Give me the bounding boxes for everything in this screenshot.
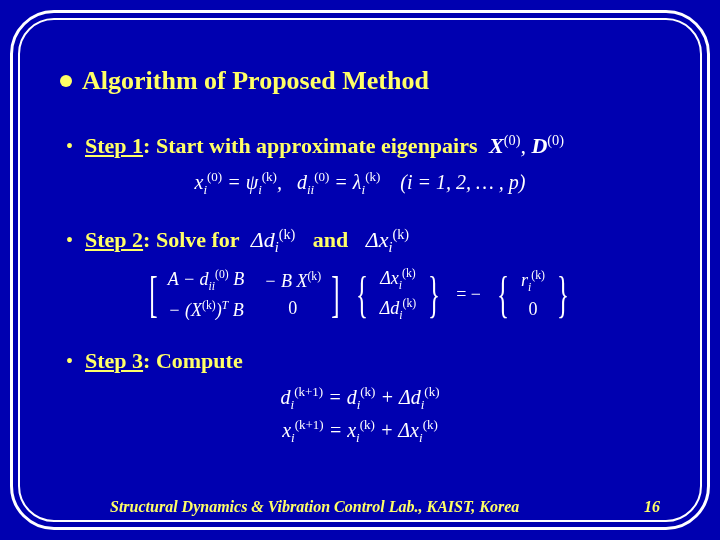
step-2-label: Step 2: Solve for Δdi(k) and Δxi(k) — [85, 226, 415, 257]
step-1: • Step 1: Start with approximate eigenpa… — [60, 132, 660, 159]
bracket-right-icon: ] — [331, 269, 339, 319]
slide-content: Algorithm of Proposed Method • Step 1: S… — [0, 0, 720, 540]
step-1-math-trailing: X(0), D(0) — [489, 133, 564, 158]
step-2-underline: Step 2 — [85, 227, 143, 252]
brace-right-icon: } — [428, 269, 440, 319]
step-2-and: and — [313, 227, 348, 252]
update-eq-d: di(k+1) = di(k) + Δdi(k) — [60, 384, 660, 413]
brace-right-icon: } — [557, 269, 569, 319]
matrix-A-col1: A − dii(0) B − (X(k))T B — [168, 268, 244, 321]
bullet-icon: • — [66, 136, 73, 156]
step-1-tail: : Start with approximate eigenpairs — [143, 133, 477, 158]
matrix-A-col2: − B X(k) 0 — [264, 270, 321, 319]
step-2-math-2: Δxi(k) — [366, 227, 409, 252]
brace-left-icon: { — [497, 269, 509, 319]
vector-cell: 0 — [521, 299, 545, 320]
step-3-tail: : Compute — [143, 348, 243, 373]
matrix-cell: A − dii(0) B — [168, 268, 244, 293]
step-3-equations: di(k+1) = di(k) + Δdi(k) xi(k+1) = xi(k)… — [60, 384, 660, 445]
step-2-math-1: Δdi(k) — [251, 227, 296, 252]
step-2-matrix-equation: [ A − dii(0) B − (X(k))T B − B X(k) 0 ] … — [60, 267, 660, 322]
equals-sign: = − — [456, 284, 481, 305]
step-1-label: Step 1: Start with approximate eigenpair… — [85, 132, 570, 159]
step-2: • Step 2: Solve for Δdi(k) and Δxi(k) — [60, 226, 660, 257]
heading-text: Algorithm of Proposed Method — [82, 66, 429, 96]
slide-heading: Algorithm of Proposed Method — [60, 66, 660, 96]
vector-cell: Δdi(k) — [380, 297, 416, 322]
step-1-equation: xi(0) = ψi(k), dii(0) = λi(k) (i = 1, 2,… — [60, 169, 660, 198]
step-1-underline: Step 1 — [85, 133, 143, 158]
step-3-underline: Step 3 — [85, 348, 143, 373]
matrix-cell: 0 — [264, 298, 321, 319]
bullet-icon: • — [66, 230, 73, 250]
vector-rhs: ri(k) 0 — [521, 269, 545, 321]
update-eq-x: xi(k+1) = xi(k) + Δxi(k) — [60, 417, 660, 446]
matrix-cell: − B X(k) — [264, 270, 321, 292]
slide-footer: Structural Dynamics & Vibration Control … — [0, 498, 720, 516]
vector-unknown: Δxi(k) Δdi(k) — [380, 267, 416, 322]
step-2-tail: : Solve for — [143, 227, 239, 252]
footer-lab: Structural Dynamics & Vibration Control … — [110, 498, 519, 516]
bullet-icon — [60, 75, 72, 87]
footer-page-number: 16 — [644, 498, 660, 516]
vector-cell: Δxi(k) — [380, 267, 416, 292]
step-3: • Step 3: Compute — [60, 348, 660, 374]
step-3-label: Step 3: Compute — [85, 348, 243, 374]
brace-left-icon: { — [356, 269, 368, 319]
bullet-icon: • — [66, 351, 73, 371]
bracket-left-icon: [ — [149, 269, 157, 319]
matrix-cell: − (X(k))T B — [168, 299, 244, 321]
vector-cell: ri(k) — [521, 269, 545, 294]
